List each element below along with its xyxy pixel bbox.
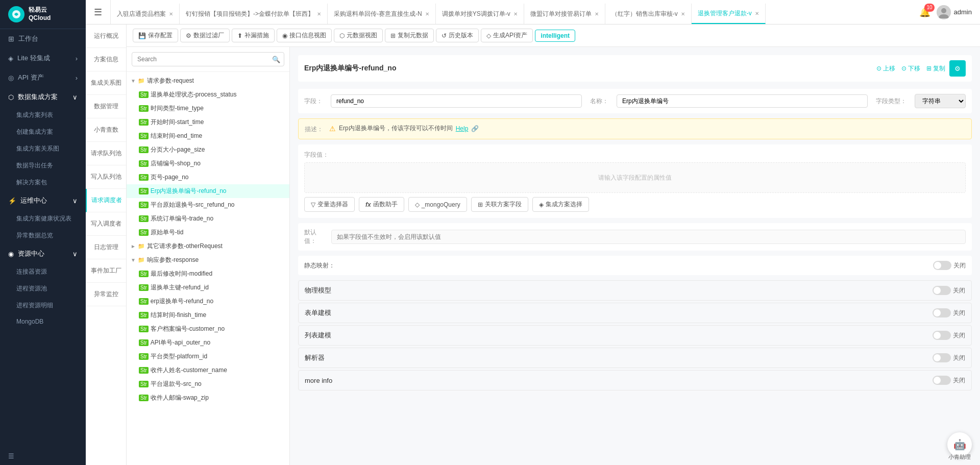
- tree-node-swap-zip[interactable]: Str 收件人邮编-swap_zip: [127, 391, 289, 405]
- sidebar-group-header-api[interactable]: ◎ API 资产 ›: [0, 68, 86, 87]
- notification-bell[interactable]: 🔔 10: [919, 7, 930, 18]
- tree-node-response[interactable]: ▼ 📁 响应参数-response: [127, 253, 289, 267]
- history-button[interactable]: ↺ 历史版本: [436, 29, 479, 42]
- up-action[interactable]: ⊙ 上移: [876, 64, 895, 73]
- sidebar-item-process-detail[interactable]: 进程资源明细: [0, 297, 86, 314]
- save-config-button[interactable]: 💾 保存配置: [133, 29, 178, 42]
- sidebar-item-anomaly-data[interactable]: 异常数据总览: [0, 227, 86, 244]
- copy-data-button[interactable]: ⊞ 复制元数据: [385, 29, 434, 42]
- settings-button[interactable]: ⚙: [949, 60, 966, 77]
- sidebar-item-create-integration[interactable]: 创建集成方案: [0, 124, 86, 140]
- sidebar-item-solution-package[interactable]: 解决方案包: [0, 174, 86, 191]
- left-nav-anomaly-monitor[interactable]: 异常监控: [86, 283, 126, 306]
- user-info[interactable]: admin: [937, 5, 972, 19]
- tab-6-close-icon[interactable]: ✕: [681, 11, 685, 17]
- tree-node-trade-no[interactable]: Str 系统订单编号-trade_no: [127, 212, 289, 226]
- left-nav-request-queue[interactable]: 请求队列池: [86, 142, 126, 165]
- tab-5-close-icon[interactable]: ✕: [595, 11, 599, 17]
- static-map-toggle[interactable]: 关闭: [933, 261, 966, 270]
- tab-2[interactable]: 钉钉报销【项目报销类】->金蝶付款单【班西】 ✕: [180, 4, 328, 24]
- tree-node-refund-id[interactable]: Str 退换单主键-refund_id: [127, 281, 289, 295]
- interface-view-button[interactable]: ◉ 接口信息视图: [277, 29, 332, 42]
- hamburger-icon[interactable]: ☰: [94, 7, 102, 18]
- data-filter-button[interactable]: ⚙ 数据过滤厂: [180, 29, 230, 42]
- help-link[interactable]: Help: [456, 125, 469, 132]
- sidebar-group-header-lite[interactable]: ◈ Lite 轻集成 ›: [0, 48, 86, 68]
- list-build-toggle[interactable]: 关闭: [933, 331, 965, 340]
- sidebar-item-workspace[interactable]: ⊞ 工作台: [0, 29, 86, 48]
- left-nav-event-factory[interactable]: 事件加工厂: [86, 259, 126, 283]
- physical-model-toggle[interactable]: 关闭: [933, 286, 965, 295]
- tree-node-tid[interactable]: Str 原始单号-tid: [127, 226, 289, 239]
- tab-2-close-icon[interactable]: ✕: [317, 11, 321, 17]
- related-field-button[interactable]: ⊞ 关联方案字段: [471, 197, 528, 212]
- default-input[interactable]: [331, 230, 966, 244]
- tree-node-request-params[interactable]: ▼ 📁 请求参数-request: [127, 74, 289, 88]
- tree-node-shop-no[interactable]: Str 店铺编号-shop_no: [127, 157, 289, 170]
- sidebar-item-integration-relation[interactable]: 集成方案关系图: [0, 140, 86, 157]
- sidebar-item-integration-list[interactable]: 集成方案列表: [0, 107, 86, 124]
- mongo-query-button[interactable]: ◇ _mongoQuery: [408, 197, 467, 212]
- physical-model-toggle-track[interactable]: [933, 286, 951, 295]
- copy-action[interactable]: ⊞ 复制: [926, 64, 945, 73]
- tab-4[interactable]: 调拨单对接YS调拨订单-v ✕: [436, 4, 524, 24]
- intelligent-button[interactable]: intelligent: [535, 30, 575, 42]
- left-nav-log-mgmt[interactable]: 日志管理: [86, 236, 126, 259]
- tab-1-close-icon[interactable]: ✕: [169, 11, 173, 17]
- supplement-button[interactable]: ⬆ 补漏措施: [232, 29, 275, 42]
- more-info-toggle[interactable]: 关闭: [933, 376, 965, 385]
- down-action[interactable]: ⊙ 下移: [901, 64, 920, 73]
- sidebar-group-header-ops[interactable]: ⚡ 运维中心 ∨: [0, 191, 86, 210]
- tab-3[interactable]: 采购退料单回传-赛意直接生成-N ✕: [328, 4, 436, 24]
- sidebar-group-header-resource[interactable]: ◉ 资源中心 ∨: [0, 244, 86, 263]
- sidebar-item-mongodb[interactable]: MongoDB: [0, 314, 86, 329]
- parser-toggle-track[interactable]: [933, 353, 951, 362]
- tab-7[interactable]: 退换管理客户退款-v ✕: [692, 4, 766, 24]
- name-input[interactable]: [617, 94, 868, 108]
- tab-4-close-icon[interactable]: ✕: [513, 11, 518, 17]
- tree-node-api-outer-no[interactable]: Str API单号-api_outer_no: [127, 336, 289, 350]
- left-nav-overview[interactable]: 运行概况: [86, 25, 126, 48]
- more-info-toggle-track[interactable]: [933, 376, 951, 385]
- left-nav-write-queue[interactable]: 写入队列池: [86, 165, 126, 189]
- tree-node-src-refund-no[interactable]: Str 平台原始退换号-src_refund_no: [127, 198, 289, 212]
- gen-api-button[interactable]: ◇ 生成API资产: [481, 29, 533, 42]
- left-nav-xiao-qing[interactable]: 小青查数: [86, 118, 126, 142]
- tree-node-page-no[interactable]: Str 页号-page_no: [127, 170, 289, 184]
- list-build-toggle-track[interactable]: [933, 331, 951, 340]
- tree-node-other-request[interactable]: ► 📁 其它请求参数-otherRequest: [127, 239, 289, 253]
- sidebar-item-connector[interactable]: 连接器资源: [0, 263, 86, 280]
- left-nav-request-debugger[interactable]: 请求调度者: [86, 189, 126, 212]
- tab-3-close-icon[interactable]: ✕: [425, 11, 429, 17]
- left-nav-integration-map[interactable]: 集成关系图: [86, 71, 126, 95]
- left-nav-data-mgmt[interactable]: 数据管理: [86, 95, 126, 118]
- left-nav-plan-info[interactable]: 方案信息: [86, 48, 126, 71]
- tab-6[interactable]: （红字）销售出库审核-v ✕: [605, 4, 692, 24]
- var-selector-button[interactable]: ▽ 变量选择器: [304, 197, 355, 212]
- tree-node-end-time[interactable]: Str 结束时间-end_time: [127, 129, 289, 143]
- tree-node-customer-no[interactable]: Str 客户档案编号-customer_no: [127, 322, 289, 336]
- tab-1[interactable]: 入驻店通货品档案 ✕: [111, 4, 180, 24]
- sidebar-item-health-status[interactable]: 集成方案健康状况表: [0, 210, 86, 227]
- sidebar-item-data-export[interactable]: 数据导出任务: [0, 157, 86, 174]
- tree-node-page-size[interactable]: Str 分页大小-page_size: [127, 143, 289, 157]
- static-map-toggle-track[interactable]: [933, 261, 951, 270]
- tree-node-erp-refund-no[interactable]: Str erp退换单号-refund_no: [127, 295, 289, 308]
- tree-node-start-time[interactable]: Str 开始时间-start_time: [127, 115, 289, 129]
- tree-node-modified[interactable]: Str 最后修改时间-modified: [127, 267, 289, 281]
- tree-node-customer-name[interactable]: Str 收件人姓名-customer_name: [127, 363, 289, 377]
- field-input[interactable]: [331, 94, 582, 108]
- tab-7-close-icon[interactable]: ✕: [755, 11, 759, 16]
- tab-5[interactable]: 微盟订单对接管易订单 ✕: [524, 4, 605, 24]
- integration-select-button[interactable]: ◈ 集成方案选择: [532, 197, 589, 212]
- form-build-toggle-track[interactable]: [933, 308, 951, 317]
- search-input[interactable]: [132, 52, 284, 66]
- tree-node-refund-no[interactable]: Str Erp内退换单编号-refund_no: [127, 184, 289, 198]
- meta-view-button[interactable]: ⬡ 元数据视图: [334, 29, 383, 42]
- tree-node-process-status[interactable]: Str 退换单处理状态-process_status: [127, 88, 289, 102]
- sidebar-item-process-pool[interactable]: 进程资源池: [0, 280, 86, 297]
- tree-node-src-no[interactable]: Str 平台退款号-src_no: [127, 377, 289, 391]
- sidebar-group-header-data-integration[interactable]: ⬡ 数据集成方案 ∨: [0, 87, 86, 107]
- type-select[interactable]: 字符串: [915, 94, 966, 108]
- tree-node-platform-id[interactable]: Str 平台类型-platform_id: [127, 350, 289, 363]
